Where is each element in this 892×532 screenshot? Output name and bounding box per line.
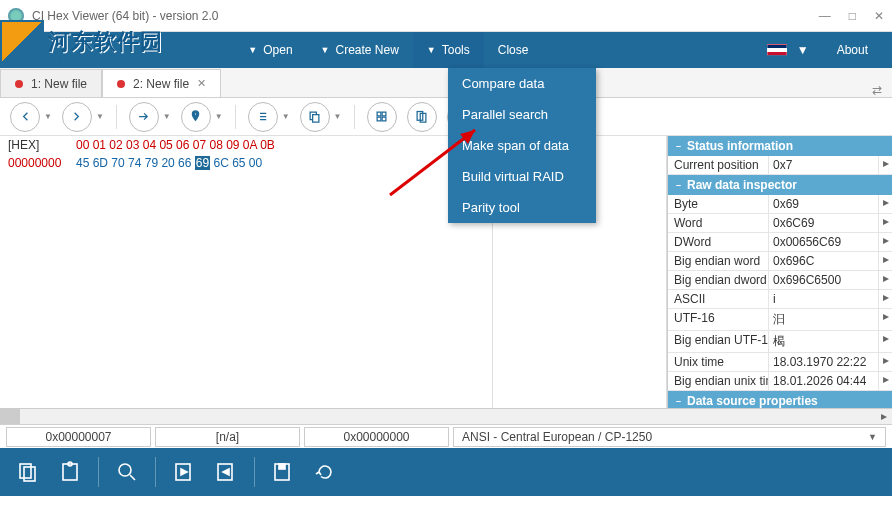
goto-button[interactable] — [129, 102, 159, 132]
bookmark-button[interactable] — [181, 102, 211, 132]
hex-address: 00000000 — [8, 156, 76, 170]
close-tab-icon[interactable]: ✕ — [197, 77, 206, 90]
inspector-row-beutf16[interactable]: Big endian UTF-16楬▸ — [668, 331, 892, 353]
menuitem-build-raid[interactable]: Build virtual RAID — [448, 161, 596, 192]
refresh-button[interactable] — [307, 454, 343, 490]
hex-bytes[interactable]: 45 6D 70 74 79 20 66 69 6C 65 00 — [76, 156, 262, 170]
inspector-row-position[interactable]: Current position0x7▸ — [668, 156, 892, 175]
document-tabs: 1: New file 2: New file ✕ ⇄ — [0, 68, 892, 98]
inspector-row-beunixtime[interactable]: Big endian unix time18.01.2026 04:44▸ — [668, 372, 892, 391]
svg-rect-19 — [279, 464, 285, 469]
inspector-section-source[interactable]: –Data source properties — [668, 391, 892, 408]
status-zero: 0x00000000 — [304, 427, 449, 447]
menuitem-make-span[interactable]: Make span of data — [448, 130, 596, 161]
chevron-down-icon[interactable]: ▼ — [797, 43, 809, 57]
inspector-section-status[interactable]: –Status information — [668, 136, 892, 156]
copy-button[interactable] — [300, 102, 330, 132]
close-window-button[interactable]: ✕ — [874, 9, 884, 23]
minimize-button[interactable]: — — [819, 9, 831, 23]
expand-icon: ▸ — [878, 233, 892, 251]
inspector-row-utf16[interactable]: UTF-16汩▸ — [668, 309, 892, 331]
maximize-button[interactable]: □ — [849, 9, 856, 23]
paste-button[interactable] — [52, 454, 88, 490]
tab-label: 2: New file — [133, 77, 189, 91]
expand-icon: ▸ — [878, 252, 892, 270]
horizontal-scrollbar[interactable]: ▸ — [0, 408, 892, 424]
hex-label: [HEX] — [8, 138, 76, 152]
menuitem-parity-tool[interactable]: Parity tool — [448, 192, 596, 223]
goto-end-button[interactable] — [208, 454, 244, 490]
menu-open-label: Open — [263, 43, 292, 57]
menu-create-new[interactable]: ▼Create New — [307, 32, 413, 68]
goto-start-button[interactable] — [166, 454, 202, 490]
inspector-row-unixtime[interactable]: Unix time18.03.1970 22:22▸ — [668, 353, 892, 372]
status-encoding[interactable]: ANSI - Central European / CP-1250▼ — [453, 427, 886, 447]
svg-rect-11 — [20, 464, 31, 478]
svg-rect-12 — [24, 467, 35, 481]
back-button[interactable] — [10, 102, 40, 132]
scroll-right-icon[interactable]: ▸ — [876, 409, 892, 424]
menuitem-compare-data[interactable]: Compare data — [448, 68, 596, 99]
search-button[interactable] — [109, 454, 145, 490]
modified-dot-icon — [15, 80, 23, 88]
svg-point-15 — [119, 464, 131, 476]
status-position: 0x00000007 — [6, 427, 151, 447]
inspector-section-raw[interactable]: –Raw data inspector — [668, 175, 892, 195]
tab-file-2[interactable]: 2: New file ✕ — [102, 69, 221, 97]
hex-row[interactable]: 00000000 45 6D 70 74 79 20 66 69 6C 65 0… — [0, 154, 492, 172]
bottom-toolbar — [0, 448, 892, 496]
language-flag-icon[interactable] — [767, 44, 787, 56]
files-button[interactable] — [407, 102, 437, 132]
hex-header: [HEX] 00 01 02 03 04 05 06 07 08 09 0A 0… — [0, 136, 492, 154]
inspector-row-bedw[interactable]: Big endian dword0x696C6500▸ — [668, 271, 892, 290]
svg-rect-2 — [313, 115, 319, 123]
menu-about[interactable]: About — [823, 32, 882, 68]
svg-rect-5 — [377, 117, 381, 121]
expand-icon[interactable]: ▸ — [878, 156, 892, 174]
chevron-down-icon[interactable]: ▼ — [282, 112, 290, 121]
chevron-down-icon[interactable]: ▼ — [44, 112, 52, 121]
chevron-down-icon[interactable]: ▼ — [215, 112, 223, 121]
chevron-down-icon[interactable]: ▼ — [96, 112, 104, 121]
chevron-down-icon: ▼ — [868, 432, 877, 442]
svg-rect-3 — [377, 112, 381, 116]
forward-button[interactable] — [62, 102, 92, 132]
menu-close[interactable]: Close — [484, 32, 543, 68]
menu-create-label: Create New — [335, 43, 398, 57]
menubar: ▼Open ▼Create New ▼Tools Close ▼ About — [0, 32, 892, 68]
modified-dot-icon — [117, 80, 125, 88]
chevron-down-icon[interactable]: ▼ — [163, 112, 171, 121]
tab-swap-button[interactable]: ⇄ — [862, 83, 892, 97]
toolbar: ▼ ▼ ▼ ▼ ▼ ▼ ▼ — [0, 98, 892, 136]
menu-open[interactable]: ▼Open — [234, 32, 306, 68]
tab-file-1[interactable]: 1: New file — [0, 69, 102, 97]
tab-label: 1: New file — [31, 77, 87, 91]
window-controls: — □ ✕ — [819, 9, 884, 23]
save-button[interactable] — [265, 454, 301, 490]
chevron-down-icon: ▼ — [321, 45, 330, 55]
inspector-row-bew[interactable]: Big endian word0x696C▸ — [668, 252, 892, 271]
chevron-down-icon[interactable]: ▼ — [334, 112, 342, 121]
hex-offsets: 00 01 02 03 04 05 06 07 08 09 0A 0B — [76, 138, 275, 152]
titlebar: CI Hex Viewer (64 bit) - version 2.0 — □… — [0, 0, 892, 32]
inspector-row-byte[interactable]: Byte0x69▸ — [668, 195, 892, 214]
collapse-icon: – — [676, 396, 681, 406]
expand-icon: ▸ — [878, 309, 892, 330]
inspector-row-word[interactable]: Word0x6C69▸ — [668, 214, 892, 233]
grid-button[interactable] — [367, 102, 397, 132]
data-inspector: –Status information Current position0x7▸… — [667, 136, 892, 408]
hex-editor-area: [HEX] 00 01 02 03 04 05 06 07 08 09 0A 0… — [0, 136, 892, 408]
expand-icon: ▸ — [878, 195, 892, 213]
copy-button[interactable] — [10, 454, 46, 490]
inspector-row-dword[interactable]: DWord0x00656C69▸ — [668, 233, 892, 252]
expand-icon: ▸ — [878, 353, 892, 371]
menu-tools[interactable]: ▼Tools — [413, 32, 484, 68]
scroll-thumb[interactable] — [0, 409, 20, 424]
inspector-row-ascii[interactable]: ASCIIi▸ — [668, 290, 892, 309]
tools-dropdown: Compare data Parallel search Make span o… — [448, 68, 596, 223]
list-button[interactable] — [248, 102, 278, 132]
svg-rect-4 — [382, 112, 386, 116]
menuitem-parallel-search[interactable]: Parallel search — [448, 99, 596, 130]
expand-icon: ▸ — [878, 290, 892, 308]
chevron-down-icon: ▼ — [248, 45, 257, 55]
